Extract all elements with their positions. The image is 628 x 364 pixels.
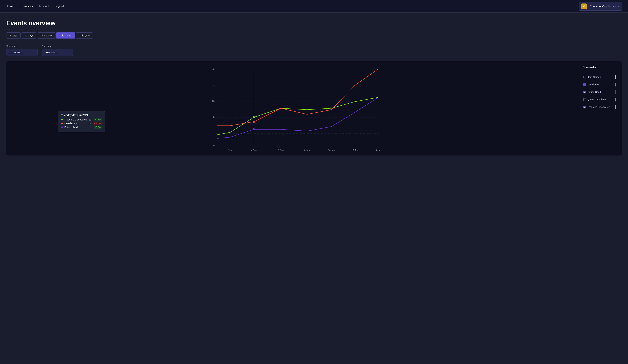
nav-account[interactable]: Account <box>38 4 49 8</box>
legend-item-potion[interactable]: ✓ Potion Used <box>583 88 616 96</box>
legend-color-crafted <box>615 75 616 79</box>
legend-color-potion <box>615 90 616 94</box>
end-date-group: End date <box>42 45 73 56</box>
legend-label-potion: Potion Used <box>588 91 614 93</box>
page-title: Events overview <box>6 19 622 27</box>
date-row: Start date End date <box>6 45 622 56</box>
nav-home[interactable]: Home <box>5 4 13 8</box>
chart-legend: 5 events Item Crafted ✓ Levelled up ✓ Po… <box>581 65 619 153</box>
account-dropdown[interactable]: C Courier of Cobblecove ▼ <box>579 2 623 11</box>
main-content: Events overview 7 days 30 days This week… <box>0 12 628 162</box>
filter-thismonth[interactable]: This month <box>56 32 75 39</box>
legend-color-levelled <box>615 83 616 86</box>
start-date-input[interactable] <box>6 49 38 56</box>
svg-text:10 Jun: 10 Jun <box>328 149 335 151</box>
legend-item-crafted[interactable]: Item Crafted <box>583 73 616 81</box>
nav-left: Home ▼ Services Account Logout <box>5 4 579 8</box>
end-date-label: End date <box>42 45 73 48</box>
chart-area: 32 24 16 8 0 2 Jun 4 Jun 6 Jun 8 Jun 10 … <box>9 65 581 153</box>
legend-color-treasure <box>615 105 616 109</box>
svg-text:14 Jun: 14 Jun <box>374 149 381 151</box>
svg-text:2 Jun: 2 Jun <box>228 149 233 151</box>
legend-label-treasure: Treasure Discovered <box>588 106 614 109</box>
svg-text:12 Jun: 12 Jun <box>351 149 358 151</box>
chart-svg: 32 24 16 8 0 2 Jun 4 Jun 6 Jun 8 Jun 10 … <box>9 65 581 153</box>
legend-checkbox-treasure[interactable]: ✓ <box>583 106 586 109</box>
legend-color-quest <box>615 98 616 102</box>
legend-title: 5 events <box>583 65 616 69</box>
svg-text:6 Jun: 6 Jun <box>278 149 284 151</box>
filter-thisyear[interactable]: This year <box>76 32 93 39</box>
svg-text:8: 8 <box>213 116 215 119</box>
legend-item-treasure[interactable]: ✓ Treasure Discovered <box>583 103 616 111</box>
avatar: C <box>581 3 587 9</box>
filter-thisweek[interactable]: This week <box>37 32 56 39</box>
legend-checkbox-levelled[interactable]: ✓ <box>583 83 586 86</box>
nav-logout[interactable]: Logout <box>55 4 64 8</box>
account-name: Courier of Cobblecove <box>590 5 616 8</box>
legend-checkbox-crafted[interactable] <box>583 76 586 78</box>
navigation: Home ▼ Services Account Logout C Courier… <box>0 0 628 12</box>
svg-point-20 <box>253 121 255 123</box>
legend-label-crafted: Item Crafted <box>588 76 614 78</box>
legend-item-levelled[interactable]: ✓ Levelled up <box>583 81 616 88</box>
svg-text:8 Jun: 8 Jun <box>304 149 310 151</box>
svg-text:4 Jun: 4 Jun <box>251 149 257 151</box>
start-date-label: Start date <box>6 45 38 48</box>
start-date-group: Start date <box>6 45 38 56</box>
nav-services[interactable]: ▼ Services <box>19 4 33 8</box>
svg-text:24: 24 <box>212 83 215 86</box>
svg-text:16: 16 <box>212 100 215 103</box>
svg-point-19 <box>253 116 255 118</box>
filter-30days[interactable]: 30 days <box>21 32 37 39</box>
dropdown-arrow-icon: ▼ <box>19 5 21 7</box>
legend-checkbox-quest[interactable] <box>583 98 586 101</box>
svg-text:32: 32 <box>212 67 215 70</box>
legend-label-levelled: Levelled up <box>588 83 614 86</box>
filter-7days[interactable]: 7 days <box>6 32 21 39</box>
chevron-down-icon: ▼ <box>618 5 620 7</box>
legend-item-quest[interactable]: Quest Completed <box>583 96 616 103</box>
time-filters: 7 days 30 days This week This month This… <box>6 32 622 39</box>
legend-label-quest: Quest Completed <box>588 98 614 101</box>
svg-text:0: 0 <box>213 144 215 147</box>
svg-point-21 <box>253 128 255 130</box>
chart-container: 32 24 16 8 0 2 Jun 4 Jun 6 Jun 8 Jun 10 … <box>6 61 622 156</box>
end-date-input[interactable] <box>42 49 73 56</box>
legend-checkbox-potion[interactable]: ✓ <box>583 91 586 93</box>
